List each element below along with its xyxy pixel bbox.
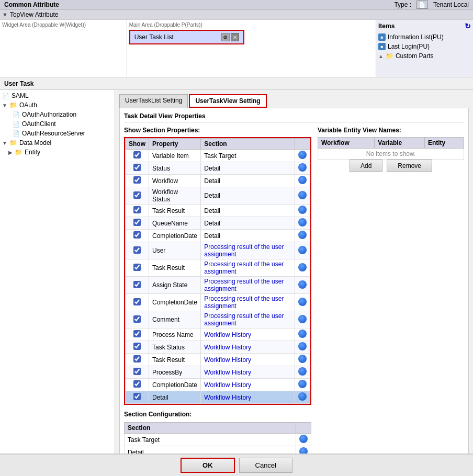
user-task-list-box: User Task List ⚙ ✕ (129, 30, 244, 44)
table-row[interactable]: Variable Item Task Target (126, 150, 310, 162)
row-checkbox[interactable] (133, 219, 141, 226)
ok-button[interactable]: OK (181, 458, 235, 473)
col-workflow: Workflow (318, 138, 375, 149)
table-row[interactable]: Task Result Processing result of the use… (126, 259, 310, 277)
tabs-row: UserTaskList Setting UserTaskView Settin… (119, 94, 469, 108)
globe-icon[interactable] (298, 355, 307, 363)
sidebar-item-oauthauth[interactable]: 📄 OAuthAuthorization (0, 110, 115, 119)
globe-icon[interactable] (298, 246, 307, 254)
sidebar-item-label: SAML (12, 92, 29, 99)
sidebar-item-datamodel[interactable]: ▼ 📁 Data Model (0, 138, 115, 148)
globe-icon[interactable] (298, 231, 307, 239)
table-row[interactable]: Workflow Status Detail (126, 187, 310, 205)
row-checkbox[interactable] (133, 330, 141, 337)
right-var-entity: Variable Entity View Names: Workflow Var… (318, 127, 464, 454)
globe-icon[interactable] (298, 330, 307, 338)
table-row[interactable]: Task Result Workflow History (126, 354, 310, 366)
table-row[interactable]: User Processing result of the user assig… (126, 242, 310, 259)
main-area-label: Main Area (Droppable P(Parts)) (129, 22, 374, 28)
globe-icon[interactable] (298, 380, 307, 388)
globe-icon[interactable] (298, 315, 307, 323)
globe-icon[interactable] (298, 342, 307, 350)
row-section: Processing result of the user assignment (201, 259, 295, 277)
row-property: Variable Item (149, 150, 201, 162)
row-section: Workflow History (201, 328, 295, 341)
globe-icon[interactable] (298, 392, 307, 401)
sidebar-item-entity[interactable]: ▶ 📁 Entity (0, 148, 115, 157)
table-row[interactable]: ProcessBy Workflow History (126, 366, 310, 379)
sidebar-item-saml[interactable]: 📄 SAML (0, 91, 115, 100)
row-property: Process Name (149, 328, 201, 341)
row-checkbox[interactable] (133, 176, 141, 184)
row-checkbox[interactable] (133, 368, 141, 375)
row-checkbox[interactable] (133, 191, 141, 199)
row-checkbox[interactable] (133, 151, 141, 158)
row-checkbox[interactable] (133, 246, 141, 254)
globe-icon[interactable] (298, 151, 307, 159)
items-tree-item-lastlogin[interactable]: ■ Last Login(PU) (378, 42, 471, 51)
table-row[interactable]: Process Name Workflow History (126, 328, 310, 341)
globe-icon[interactable] (298, 206, 307, 214)
items-title: Items (378, 22, 395, 30)
table-row[interactable]: CompletionDate Processing result of the … (126, 294, 310, 311)
table-row[interactable]: Status Detail (126, 162, 310, 175)
row-checkbox[interactable] (133, 281, 141, 288)
table-row[interactable]: Workflow Detail (126, 175, 310, 187)
table-row[interactable]: Task Status Workflow History (126, 341, 310, 354)
globe-icon[interactable] (298, 176, 307, 184)
items-tree-item-info[interactable]: ■ Information List(PU) (378, 32, 471, 42)
list-item[interactable]: Task Target (125, 434, 311, 446)
row-checkbox[interactable] (133, 231, 141, 239)
close-icon[interactable]: ✕ (231, 33, 239, 41)
user-task-list-label: User Task List (134, 33, 174, 41)
globe-icon[interactable] (299, 435, 308, 443)
row-checkbox[interactable] (133, 315, 141, 323)
globe-icon[interactable] (299, 447, 308, 454)
row-property: Workflow Status (149, 187, 201, 205)
expand-dm-icon: ▼ (2, 140, 7, 146)
table-row[interactable]: Comment Processing result of the user as… (126, 311, 310, 328)
globe-icon[interactable] (298, 163, 307, 172)
add-button[interactable]: Add (350, 160, 382, 172)
table-row[interactable]: Assign State Processing result of the us… (126, 277, 310, 294)
page-icon-oauthresource: 📄 (13, 130, 20, 137)
table-row[interactable]: QueueName Detail (126, 217, 310, 230)
sidebar-item-label: OAuthClient (22, 120, 56, 128)
row-section: Task Target (201, 150, 295, 162)
globe-icon[interactable] (298, 263, 307, 271)
globe-icon[interactable] (298, 218, 307, 226)
cancel-button[interactable]: Cancel (239, 458, 292, 473)
globe-icon[interactable] (298, 298, 307, 306)
tabs-container: UserTaskList Setting UserTaskView Settin… (119, 94, 469, 454)
tab-usertaskview[interactable]: UserTaskView Setting (189, 94, 266, 108)
gear-icon[interactable]: ⚙ (221, 33, 230, 41)
table-row[interactable]: Task Result Detail (126, 205, 310, 217)
custom-parts-label: Custom Parts (396, 52, 434, 60)
globe-icon[interactable] (298, 367, 307, 376)
col-show: Show (126, 139, 149, 150)
row-checkbox[interactable] (133, 206, 141, 213)
topview-row: ▼ TopView Attribute (0, 10, 473, 20)
custom-parts-folder[interactable]: ▲ 📁 Custom Parts (378, 51, 471, 61)
sidebar-item-oauth[interactable]: ▼ 📁 OAuth (0, 100, 115, 110)
widget-area-label: Widget Area (Droppable W(Widget)) (2, 22, 125, 28)
row-checkbox[interactable] (133, 355, 141, 362)
table-row[interactable]: CompletionDate Detail (126, 230, 310, 242)
list-item[interactable]: Detail (125, 446, 311, 454)
refresh-icon[interactable]: ↻ (465, 22, 471, 30)
globe-icon[interactable] (298, 191, 307, 199)
tab-usertasklist[interactable]: UserTaskList Setting (119, 94, 188, 108)
row-checkbox[interactable] (133, 264, 141, 271)
globe-icon[interactable] (298, 280, 307, 289)
remove-button[interactable]: Remove (387, 160, 432, 172)
tenant-local-label: Tenant Local (433, 1, 469, 8)
row-checkbox[interactable] (133, 164, 141, 171)
table-row[interactable]: Detail Workflow History (126, 391, 310, 404)
row-checkbox[interactable] (133, 343, 141, 350)
sidebar-item-oauthclient[interactable]: 📄 OAuthClient (0, 119, 115, 129)
sidebar-item-oauthresource[interactable]: 📄 OAuthResourceServer (0, 129, 115, 138)
row-checkbox[interactable] (133, 393, 141, 400)
row-checkbox[interactable] (133, 380, 141, 388)
table-row[interactable]: CompletionDate Workflow History (126, 379, 310, 391)
row-checkbox[interactable] (133, 298, 141, 305)
